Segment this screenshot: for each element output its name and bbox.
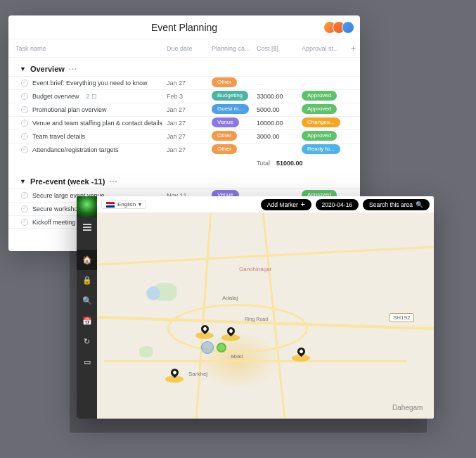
- map-window: 🏠 🔒 🔍 📅 ↻ ▭ Home English ▾ Add Marker+ 2…: [77, 196, 434, 419]
- approval-status[interactable]: Approved: [302, 91, 337, 101]
- map-pin[interactable]: [227, 327, 235, 335]
- planner-header: Event Planning: [8, 15, 360, 39]
- cost-value: 3000.00: [257, 133, 302, 140]
- check-icon[interactable]: [21, 219, 28, 226]
- map-canvas[interactable]: Gandhinagar Adalaj Ring Road abad Sarkhe…: [97, 212, 434, 419]
- search-icon: 🔍: [416, 201, 423, 208]
- date-button[interactable]: 2020-04-16: [316, 199, 359, 210]
- approval-status[interactable]: Approved: [302, 131, 337, 141]
- nav-history[interactable]: ↻: [77, 331, 97, 352]
- nav-search[interactable]: 🔍: [77, 291, 97, 311]
- section-label: Overview: [30, 65, 65, 73]
- table-row[interactable]: Venue and team staffing plan & contact d…: [8, 116, 360, 129]
- app-logo[interactable]: [77, 196, 97, 217]
- map-label-dahegam: Dahegam: [392, 404, 423, 412]
- caret-down-icon: ▾: [139, 201, 141, 208]
- section-label: Pre-event (week -11): [30, 177, 105, 186]
- current-location-marker[interactable]: [217, 343, 226, 352]
- planning-tag[interactable]: Venue: [212, 117, 239, 127]
- check-icon[interactable]: [21, 192, 28, 199]
- map-pin[interactable]: [171, 369, 179, 376]
- due-date: Jan 27: [167, 133, 212, 140]
- language-label: English: [117, 201, 136, 208]
- nav-home[interactable]: 🏠: [77, 250, 97, 270]
- due-date: Jan 27: [167, 146, 212, 153]
- add-marker-button[interactable]: Add Marker+: [261, 199, 311, 210]
- cost-value: ...: [257, 79, 302, 87]
- search-area-button[interactable]: Search this area🔍: [363, 199, 430, 210]
- table-row[interactable]: Event brief: Everything you need to know…: [8, 76, 360, 89]
- map-label-adalaj: Adalaj: [222, 295, 238, 301]
- task-name: Attendance/registration targets: [32, 146, 119, 153]
- caret-down-icon: ▼: [20, 65, 26, 72]
- location-radius: [201, 341, 214, 354]
- sidenav: 🏠 🔒 🔍 📅 ↻ ▭: [77, 196, 97, 419]
- planning-tag[interactable]: Other: [212, 144, 237, 154]
- map-pin[interactable]: [297, 348, 305, 355]
- due-date: Jan 27: [167, 79, 212, 87]
- check-icon[interactable]: [21, 79, 28, 87]
- map-label-abad: abad: [231, 353, 243, 360]
- cost-value: 10000.00: [257, 120, 302, 127]
- subtask-count: 2 ⊡: [86, 93, 98, 100]
- language-selector[interactable]: English ▾: [101, 200, 146, 209]
- more-icon[interactable]: ···: [109, 177, 117, 186]
- section-preevent[interactable]: ▼ Pre-event (week -11) ···: [8, 170, 360, 189]
- approval-status[interactable]: Approved: [302, 104, 337, 114]
- map-label-sarkhej: Sarkhej: [188, 371, 207, 377]
- col-due[interactable]: Due date: [167, 45, 212, 52]
- approval-status: ...: [302, 79, 347, 87]
- column-headers: Task name Due date Planning ca... Cost […: [8, 39, 360, 58]
- planning-tag[interactable]: Other: [212, 77, 237, 87]
- col-task[interactable]: Task name: [8, 45, 167, 52]
- nav-calendar[interactable]: 📅: [77, 311, 97, 331]
- check-icon[interactable]: [21, 93, 28, 100]
- planning-tag[interactable]: Budgeting: [212, 91, 248, 101]
- planning-tag[interactable]: Other: [212, 131, 237, 141]
- ring-road: [167, 304, 308, 353]
- avatar-stack[interactable]: [327, 21, 354, 34]
- table-row[interactable]: Attendance/registration targets Jan 27 O…: [8, 143, 360, 156]
- check-icon[interactable]: [21, 146, 28, 153]
- approval-status[interactable]: Changes...: [302, 117, 340, 127]
- road: [104, 360, 407, 362]
- more-icon[interactable]: ···: [69, 65, 77, 73]
- cost-value: 33000.00: [257, 93, 302, 100]
- task-name: Promotional plan overview: [32, 106, 107, 113]
- nav-lock[interactable]: 🔒: [77, 270, 97, 291]
- caret-down-icon: ▼: [20, 178, 26, 185]
- task-name: Venue and team staffing plan & contact d…: [32, 120, 162, 127]
- total-value: 51000.00: [276, 160, 303, 167]
- park-area: [139, 346, 153, 357]
- check-icon[interactable]: [21, 120, 28, 127]
- due-date: Feb 3: [167, 93, 212, 100]
- page-title: Event Planning: [151, 22, 217, 33]
- check-icon[interactable]: [21, 133, 28, 140]
- map-label-ringroad: Ring Road: [245, 317, 268, 322]
- table-row[interactable]: Promotional plan overview Jan 27 Guest m…: [8, 103, 360, 116]
- table-row[interactable]: Budget overview2 ⊡ Feb 3 Budgeting 33000…: [8, 89, 360, 103]
- col-approval[interactable]: Approval st...: [302, 45, 347, 52]
- cost-value: 5000.00: [257, 106, 302, 113]
- add-column-button[interactable]: +: [347, 44, 360, 53]
- route-shield: SH192: [389, 313, 414, 322]
- task-name: Event brief: Everything you need to know: [32, 79, 148, 87]
- avatar[interactable]: [342, 21, 354, 34]
- due-date: Jan 27: [167, 120, 212, 127]
- task-name: Team travel details: [32, 133, 85, 140]
- check-icon[interactable]: [21, 106, 28, 113]
- table-row[interactable]: Team travel details Jan 27 Other 3000.00…: [8, 129, 360, 143]
- check-icon[interactable]: [21, 205, 28, 212]
- col-cost[interactable]: Cost [$]: [257, 45, 302, 52]
- planning-tag[interactable]: Guest m...: [212, 104, 249, 114]
- due-date: Jan 27: [167, 106, 212, 113]
- flag-icon: [106, 202, 115, 208]
- topbar: English ▾ Add Marker+ 2020-04-16 Search …: [97, 196, 434, 212]
- map-pin[interactable]: [201, 325, 209, 333]
- section-overview[interactable]: ▼ Overview ···: [8, 58, 360, 76]
- plus-icon: +: [301, 201, 305, 208]
- col-planning[interactable]: Planning ca...: [212, 45, 257, 52]
- approval-status[interactable]: Ready fo...: [302, 144, 340, 154]
- nav-card[interactable]: ▭: [77, 352, 97, 372]
- menu-button[interactable]: [77, 217, 97, 237]
